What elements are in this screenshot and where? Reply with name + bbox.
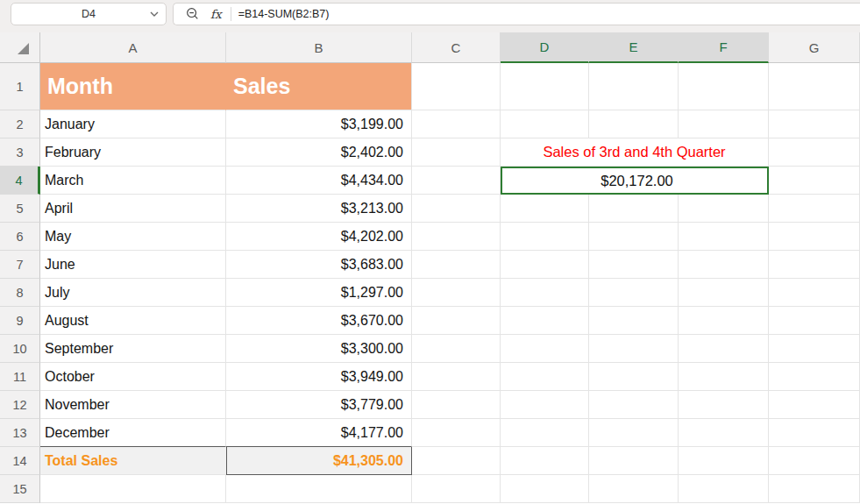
cell-D5[interactable] bbox=[501, 195, 589, 223]
cell-A12[interactable]: November bbox=[40, 391, 226, 419]
column-header-E[interactable]: E bbox=[589, 32, 679, 63]
cell-A3[interactable]: February bbox=[40, 138, 226, 167]
cell-A11[interactable]: October bbox=[40, 363, 226, 391]
cell-B10[interactable]: $3,300.00 bbox=[226, 335, 412, 363]
cell-G7[interactable] bbox=[769, 251, 860, 279]
cell-C2[interactable] bbox=[412, 110, 501, 138]
column-header-D[interactable]: D bbox=[501, 32, 589, 63]
cell-A13[interactable]: December bbox=[40, 419, 226, 447]
row-header-13[interactable]: 13 bbox=[0, 419, 40, 447]
cell-G12[interactable] bbox=[769, 391, 860, 419]
cell-D12[interactable] bbox=[501, 391, 589, 419]
cell-C3[interactable] bbox=[412, 138, 501, 167]
cell-E7[interactable] bbox=[589, 251, 679, 279]
cell-C6[interactable] bbox=[412, 223, 501, 251]
cell-F11[interactable] bbox=[679, 363, 769, 391]
row-header-10[interactable]: 10 bbox=[0, 335, 40, 363]
cell-C1[interactable] bbox=[412, 63, 501, 110]
cell-D11[interactable] bbox=[501, 363, 589, 391]
cell-B11[interactable]: $3,949.00 bbox=[226, 363, 412, 391]
cell-F8[interactable] bbox=[679, 279, 769, 307]
name-box[interactable]: D4 bbox=[11, 3, 167, 25]
cell-B2[interactable]: $3,199.00 bbox=[226, 110, 412, 138]
cell-F12[interactable] bbox=[679, 391, 769, 419]
cell-F5[interactable] bbox=[679, 195, 769, 223]
cell-G3[interactable] bbox=[769, 138, 860, 167]
cell-G13[interactable] bbox=[769, 419, 860, 447]
cell-G2[interactable] bbox=[769, 110, 860, 138]
cell-C15[interactable] bbox=[412, 475, 501, 503]
row-header-12[interactable]: 12 bbox=[0, 391, 40, 419]
row-header-1[interactable]: 1 bbox=[0, 63, 40, 110]
cell-A5[interactable]: April bbox=[40, 195, 226, 223]
cell-G10[interactable] bbox=[769, 335, 860, 363]
cell-F15[interactable] bbox=[679, 475, 769, 503]
cell-C14[interactable] bbox=[412, 447, 501, 475]
cell-C12[interactable] bbox=[412, 391, 501, 419]
cell-C10[interactable] bbox=[412, 335, 501, 363]
cell-B14-total-value[interactable]: $41,305.00 bbox=[226, 447, 412, 475]
cell-E12[interactable] bbox=[589, 391, 679, 419]
cell-D7[interactable] bbox=[501, 251, 589, 279]
column-header-C[interactable]: C bbox=[412, 32, 501, 63]
column-header-B[interactable]: B bbox=[226, 32, 412, 63]
chevron-down-icon[interactable] bbox=[150, 11, 159, 18]
cell-B12[interactable]: $3,779.00 bbox=[226, 391, 412, 419]
row-header-3[interactable]: 3 bbox=[0, 138, 40, 167]
selected-cell-D4[interactable]: $20,172.00 bbox=[501, 167, 769, 195]
cell-G15[interactable] bbox=[769, 475, 860, 503]
cell-E2[interactable] bbox=[589, 110, 679, 138]
cell-C4[interactable] bbox=[412, 167, 501, 195]
cell-E11[interactable] bbox=[589, 363, 679, 391]
row-header-8[interactable]: 8 bbox=[0, 279, 40, 307]
column-header-A[interactable]: A bbox=[40, 32, 226, 63]
row-header-4[interactable]: 4 bbox=[0, 167, 40, 195]
cell-D8[interactable] bbox=[501, 279, 589, 307]
cell-C8[interactable] bbox=[412, 279, 501, 307]
cell-E9[interactable] bbox=[589, 307, 679, 335]
cell-D10[interactable] bbox=[501, 335, 589, 363]
cell-A14-total-label[interactable]: Total Sales bbox=[40, 447, 226, 475]
cell-D15[interactable] bbox=[501, 475, 589, 503]
cell-B15[interactable] bbox=[226, 475, 412, 503]
cell-B3[interactable]: $2,402.00 bbox=[226, 138, 412, 167]
cell-G6[interactable] bbox=[769, 223, 860, 251]
cell-G8[interactable] bbox=[769, 279, 860, 307]
row-header-2[interactable]: 2 bbox=[0, 110, 40, 138]
formula-bar[interactable]: fx =B14-SUM(B2:B7) bbox=[173, 3, 860, 25]
cell-B6[interactable]: $4,202.00 bbox=[226, 223, 412, 251]
cell-B13[interactable]: $4,177.00 bbox=[226, 419, 412, 447]
cell-B4[interactable]: $4,434.00 bbox=[226, 167, 412, 195]
cell-F7[interactable] bbox=[679, 251, 769, 279]
cell-F6[interactable] bbox=[679, 223, 769, 251]
cell-G14[interactable] bbox=[769, 447, 860, 475]
cell-G4[interactable] bbox=[769, 167, 860, 195]
insert-function-icon[interactable]: fx bbox=[210, 7, 222, 21]
cell-B9[interactable]: $3,670.00 bbox=[226, 307, 412, 335]
cell-D1[interactable] bbox=[501, 63, 589, 110]
cell-E8[interactable] bbox=[589, 279, 679, 307]
cell-G11[interactable] bbox=[769, 363, 860, 391]
row-header-6[interactable]: 6 bbox=[0, 223, 40, 251]
cell-A10[interactable]: September bbox=[40, 335, 226, 363]
cell-E10[interactable] bbox=[589, 335, 679, 363]
cell-F2[interactable] bbox=[679, 110, 769, 138]
cell-G5[interactable] bbox=[769, 195, 860, 223]
row-header-7[interactable]: 7 bbox=[0, 251, 40, 279]
row-header-14[interactable]: 14 bbox=[0, 447, 40, 475]
cell-D13[interactable] bbox=[501, 419, 589, 447]
cell-A1-month-title[interactable]: Month bbox=[40, 63, 226, 110]
cell-G9[interactable] bbox=[769, 307, 860, 335]
row-header-5[interactable]: 5 bbox=[0, 195, 40, 223]
cell-A4[interactable]: March bbox=[40, 167, 226, 195]
cell-B5[interactable]: $3,213.00 bbox=[226, 195, 412, 223]
cell-D3-annotation[interactable]: Sales of 3rd and 4th Quarter bbox=[501, 138, 769, 167]
cell-C9[interactable] bbox=[412, 307, 501, 335]
cell-E5[interactable] bbox=[589, 195, 679, 223]
cell-B1-sales-title[interactable]: Sales bbox=[226, 63, 412, 110]
column-header-G[interactable]: G bbox=[769, 32, 860, 63]
cell-C7[interactable] bbox=[412, 251, 501, 279]
cell-A15[interactable] bbox=[40, 475, 226, 503]
cell-F9[interactable] bbox=[679, 307, 769, 335]
cell-E13[interactable] bbox=[589, 419, 679, 447]
